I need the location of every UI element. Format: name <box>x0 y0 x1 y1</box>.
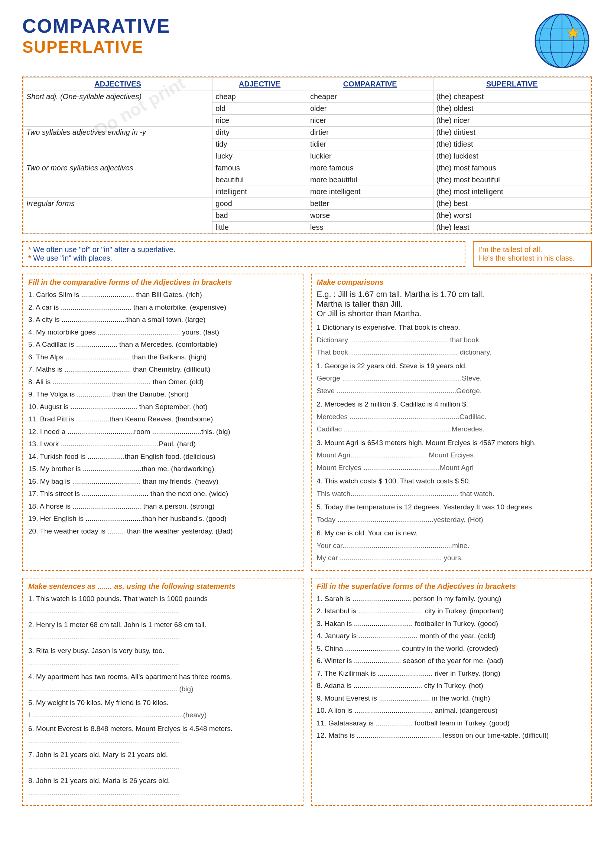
exercise-3-items: 1. This watch is 1000 pounds. That watch… <box>28 594 297 798</box>
exercise-2-example: E.g. : Jill is 1.67 cm tall. Martha is 1… <box>317 290 586 319</box>
sub-title: SUPERLATIVE <box>22 38 171 56</box>
bottom-row: Make sentences as ....... as, using the … <box>22 578 592 806</box>
adj-bad: bad <box>213 210 307 222</box>
list-item: 10. August is ..........................… <box>28 402 297 412</box>
list-item: 6. Winter is ........................ se… <box>317 656 586 666</box>
col-header-adjectives: ADJECTIVES <box>23 78 213 91</box>
adj-cheap: cheap <box>213 91 307 103</box>
list-item: 3. Hakan is ............................… <box>317 618 586 629</box>
list-item: 6. The Alps ............................… <box>28 352 297 363</box>
super-worst: (the) worst <box>433 210 591 222</box>
adj-dirty: dirty <box>213 127 307 138</box>
exercise-2-title: Make comparisons <box>317 278 586 287</box>
super-best: (the) best <box>433 198 591 210</box>
super-oldest: (the) oldest <box>433 103 591 115</box>
category-two-more: Two or more syllables adjectives <box>23 162 213 198</box>
list-item: 8. John is 21 years old. Maria is 26 yea… <box>28 775 297 798</box>
list-item: 20. The weather today is ......... than … <box>28 526 297 537</box>
list-item: 8. Adana is ............................… <box>317 680 586 691</box>
exercise-3-title: Make sentences as ....... as, using the … <box>28 582 297 591</box>
list-item: 18. A horse is .........................… <box>28 501 297 512</box>
example-intro: E.g. : Jill is 1.67 cm tall. Martha is 1… <box>317 290 586 299</box>
list-item: 14. Turkish food is ...................t… <box>28 451 297 462</box>
example-2: Or Jill is shorter than Martha. <box>317 309 586 319</box>
list-item: 2. A car is ............................… <box>28 302 297 313</box>
grammar-table-wrapper: ADJECTIVES ADJECTIVE COMPARATIVE SUPERLA… <box>22 76 592 234</box>
adj-intelligent: intelligent <box>213 186 307 198</box>
super-most-famous: (the) most famous <box>433 162 591 174</box>
list-item: 5. My weight is 70 kilos. My friend is 7… <box>28 698 297 721</box>
adj-little: little <box>213 222 307 234</box>
example-right-1: I'm the tallest of all. <box>479 245 586 254</box>
note-line-1: * We often use "of" or "in" after a supe… <box>28 245 460 254</box>
adj-old: old <box>213 103 307 115</box>
list-item: 7. John is 21 years old. Mary is 21 year… <box>28 750 297 773</box>
super-cheapest: (the) cheapest <box>433 91 591 103</box>
list-item: 9. Mount Everest is ....................… <box>317 693 586 704</box>
super-tidiest: (the) tidiest <box>433 138 591 150</box>
table-row: Two syllables adjectives ending in -y di… <box>23 127 591 138</box>
comp-more-beautiful: more beautiful <box>307 174 433 186</box>
globe-icon <box>532 11 592 71</box>
list-item: 9. The Volga is ................. than t… <box>28 389 297 400</box>
list-item: 11. Brad Pitt is .................than K… <box>28 414 297 425</box>
list-item: 5. A Cadillac is ..................... t… <box>28 339 297 350</box>
list-item: 13. I work .............................… <box>28 439 297 450</box>
comp-tidier: tidier <box>307 138 433 150</box>
exercise-1-title: Fill in the comparative forms of the Adj… <box>28 278 297 287</box>
super-luckiest: (the) luckiest <box>433 150 591 162</box>
exercise-3-box: Make sentences as ....... as, using the … <box>22 578 303 806</box>
title-block: COMPARATIVE SUPERLATIVE <box>22 15 171 61</box>
example-1: Martha is taller than Jill. <box>317 299 586 309</box>
list-item: 17. This street is .....................… <box>28 488 297 499</box>
list-item: 2. Mercedes is 2 million $. Cadillac is … <box>317 399 586 435</box>
exercise-4-items: 1. Sarah is ............................… <box>317 594 586 741</box>
table-row: Two or more syllables adjectives famous … <box>23 162 591 174</box>
list-item: 15. My brother is ......................… <box>28 464 297 474</box>
exercise-2-box: Make comparisons E.g. : Jill is 1.67 cm … <box>311 274 592 571</box>
list-item: 12. Maths is ...........................… <box>317 730 586 741</box>
exercise-2-items: 1 Dictionary is expensive. That book is … <box>317 322 586 564</box>
list-item: 4. January is ..........................… <box>317 631 586 642</box>
list-item: 19. Her English is .....................… <box>28 513 297 524</box>
comp-nicer: nicer <box>307 115 433 127</box>
comp-luckier: luckier <box>307 150 433 162</box>
page-container: Do not print COMPARATIVE SUPERLATIVE <box>22 15 592 806</box>
list-item: 6. Mount Everest is 8.848 meters. Mount … <box>28 724 297 747</box>
list-item: 11. Galatasaray is ................... f… <box>317 718 586 729</box>
comp-more-intelligent: more intelligent <box>307 186 433 198</box>
list-item: 7. Maths is ............................… <box>28 364 297 375</box>
notes-left: * We often use "of" or "in" after a supe… <box>22 241 465 267</box>
category-irregular: Irregular forms <box>23 198 213 234</box>
comp-less: less <box>307 222 433 234</box>
comp-worse: worse <box>307 210 433 222</box>
super-most-intelligent: (the) most intelligent <box>433 186 591 198</box>
adj-good: good <box>213 198 307 210</box>
adj-nice: nice <box>213 115 307 127</box>
adj-famous: famous <box>213 162 307 174</box>
note-line-2: * We use "in" with places. <box>28 254 460 262</box>
col-header-superlative: SUPERLATIVE <box>433 78 591 91</box>
exercises-row-1: Fill in the comparative forms of the Adj… <box>22 274 592 571</box>
list-item: 4. My apartment has two rooms. Ali's apa… <box>28 672 297 694</box>
list-item: 8. Ali is ..............................… <box>28 377 297 388</box>
list-item: 3. A city is ...........................… <box>28 315 297 325</box>
list-item: 5. Today the temperature is 12 degrees. … <box>317 502 586 525</box>
category-two-y: Two syllables adjectives ending in -y <box>23 127 213 162</box>
comp-more-famous: more famous <box>307 162 433 174</box>
col-header-adjective: ADJECTIVE <box>213 78 307 91</box>
list-item: 2. Henry is 1 meter 68 cm tall. John is … <box>28 620 297 643</box>
exercise-1-items: 1. Carlos Slim is ......................… <box>28 290 297 536</box>
header-section: COMPARATIVE SUPERLATIVE <box>22 15 592 73</box>
list-item: 1. Carlos Slim is ......................… <box>28 290 297 300</box>
main-title: COMPARATIVE <box>22 15 171 37</box>
notes-right: I'm the tallest of all. He's the shortes… <box>473 241 592 267</box>
category-short: Short adj. (One-syllable adjectives) <box>23 91 213 127</box>
list-item: 1. This watch is 1000 pounds. That watch… <box>28 594 297 617</box>
globe-container <box>532 15 592 73</box>
adj-tidy: tidy <box>213 138 307 150</box>
list-item: 1. George is 22 years old. Steve is 19 y… <box>317 361 586 397</box>
list-item: 2. Istanbul is .........................… <box>317 606 586 617</box>
list-item: 1. Sarah is ............................… <box>317 594 586 604</box>
list-item: 5. China ............................ co… <box>317 643 586 654</box>
